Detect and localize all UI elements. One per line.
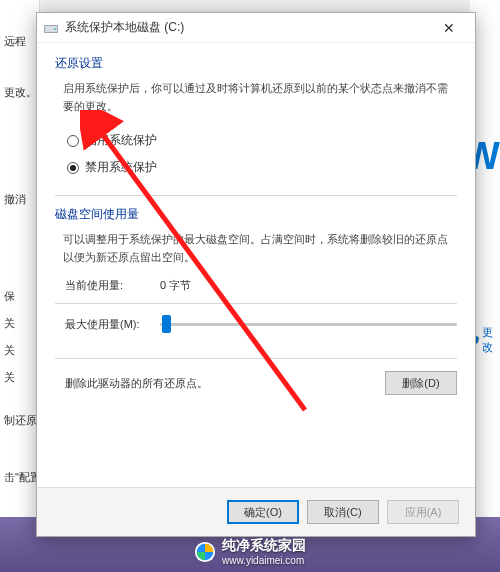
cancel-button[interactable]: 取消(C) [307,500,379,524]
bg-text: 关 [0,364,39,391]
divider [55,195,457,196]
delete-row: 删除此驱动器的所有还原点。 删除(D) [65,371,457,395]
restore-heading: 还原设置 [55,55,457,72]
bg-text: 关 [0,310,39,337]
bg-text: 撤消 [0,186,39,213]
svg-point-2 [54,28,56,30]
radio-icon [67,162,79,174]
dialog-title: 系统保护本地磁盘 (C:) [65,19,429,36]
dialog-content: 还原设置 启用系统保护后，你可以通过及时将计算机还原到以前的某个状态点来撤消不需… [37,43,475,487]
bg-text: 制还原 [0,407,39,434]
current-usage-value: 0 字节 [160,278,191,293]
slider-track [160,323,457,326]
watermark-url: www.yidaimei.com [222,555,306,566]
radio-label: 禁用系统保护 [85,159,157,176]
close-button[interactable]: ✕ [429,13,469,43]
max-usage-row: 最大使用量(M): [65,314,457,334]
disable-protection-option[interactable]: 禁用系统保护 [67,154,457,181]
bg-text: 击"配置 [0,464,39,491]
ok-button[interactable]: 确定(O) [227,500,299,524]
system-protection-dialog: 系统保护本地磁盘 (C:) ✕ 还原设置 启用系统保护后，你可以通过及时将计算机… [36,12,476,537]
bg-text: 远程 [0,28,39,55]
protection-radio-group: 启用系统保护 禁用系统保护 [67,127,457,181]
drive-icon [43,20,59,36]
max-usage-slider[interactable] [160,314,457,334]
divider [55,358,457,359]
bg-text: 保 [0,283,39,310]
watermark-logo-icon [194,541,216,563]
bg-left-panel: 远程 更改。 撤消 保 关 关 关 制还原 击"配置 [0,0,40,572]
current-usage-row: 当前使用量: 0 字节 [65,278,457,293]
current-usage-label: 当前使用量: [65,278,160,293]
titlebar: 系统保护本地磁盘 (C:) ✕ [37,13,475,43]
divider [55,303,457,304]
slider-thumb[interactable] [162,315,171,333]
watermark-name: 纯净系统家园 [222,537,306,555]
radio-icon [67,135,79,147]
enable-protection-option[interactable]: 启用系统保护 [67,127,457,154]
dialog-footer: 确定(O) 取消(C) 应用(A) [37,487,475,536]
radio-label: 启用系统保护 [85,132,157,149]
disk-heading: 磁盘空间使用量 [55,206,457,223]
bg-text: 更改。 [0,79,39,106]
apply-button[interactable]: 应用(A) [387,500,459,524]
bg-change-label: 更改 [482,325,500,355]
delete-desc: 删除此驱动器的所有还原点。 [65,376,385,391]
disk-desc: 可以调整用于系统保护的最大磁盘空间。占满空间时，系统将删除较旧的还原点以便为新还… [63,231,457,266]
delete-button[interactable]: 删除(D) [385,371,457,395]
bg-text: 关 [0,337,39,364]
max-usage-label: 最大使用量(M): [65,317,160,332]
restore-desc: 启用系统保护后，你可以通过及时将计算机还原到以前的某个状态点来撤消不需要的更改。 [63,80,457,115]
watermark: 纯净系统家园 www.yidaimei.com [194,537,306,566]
